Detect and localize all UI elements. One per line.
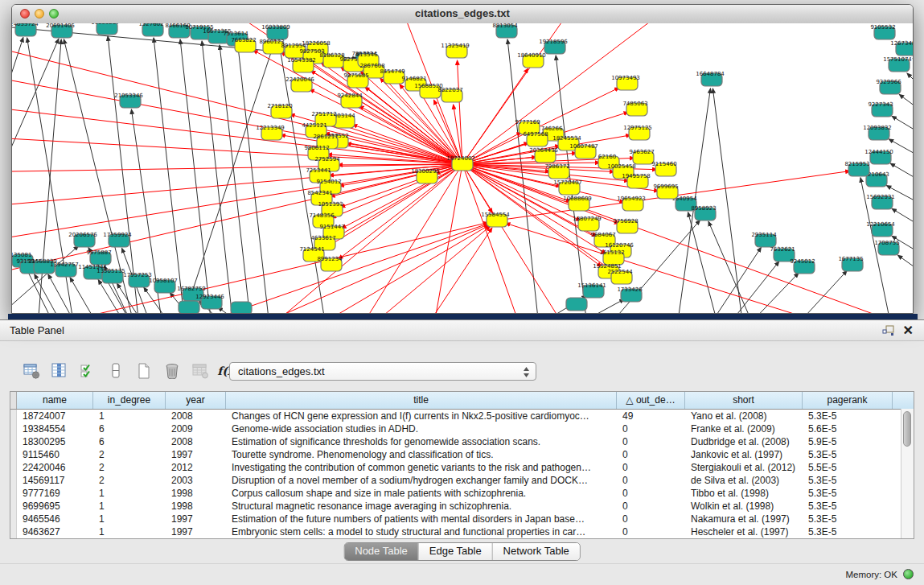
- graph-node[interactable]: 8215953: [844, 161, 869, 176]
- table-row[interactable]: 2242004622012Investigating the contribut…: [10, 461, 914, 474]
- table-row[interactable]: 1938455462009Genome-wide association stu…: [10, 422, 914, 435]
- graph-node[interactable]: 15720407: [553, 179, 582, 195]
- graph-node[interactable]: 15136141: [577, 282, 606, 298]
- graph-node[interactable]: 7485063: [622, 101, 647, 116]
- tab-network-table[interactable]: Network Table: [493, 543, 580, 560]
- graph-node[interactable]: 2718120: [267, 103, 292, 118]
- graph-node[interactable]: 8813054: [492, 23, 518, 38]
- graph-node[interactable]: 17957253: [123, 272, 152, 287]
- graph-edge: [70, 278, 98, 313]
- network-window-titlebar[interactable]: citations_edges.txt: [12, 5, 913, 24]
- table-row[interactable]: 946362711997Embryonic stem cells: a mode…: [10, 525, 914, 538]
- column-header-short[interactable]: short: [685, 392, 803, 409]
- tab-edge-table[interactable]: Edge Table: [419, 543, 493, 560]
- import-table-icon: [190, 360, 211, 381]
- tab-node-table[interactable]: Node Table: [344, 543, 419, 560]
- row-check-icon[interactable]: [77, 360, 98, 381]
- zoom-button[interactable]: [49, 9, 59, 19]
- graph-node[interactable]: 17359924: [103, 232, 132, 247]
- column-header-year[interactable]: year: [166, 392, 226, 409]
- network-canvas[interactable]: 2405572420691406106552871527602846616010…: [12, 23, 913, 313]
- graph-node[interactable]: 20364436: [529, 147, 558, 163]
- delete-icon[interactable]: [162, 360, 183, 381]
- graph-node[interactable]: 20206576: [68, 232, 97, 247]
- column-select-icon[interactable]: [49, 360, 70, 381]
- table-selector-dropdown[interactable]: citations_edges.txt: [229, 362, 536, 381]
- column-header-pagerank[interactable]: pagerank: [803, 392, 893, 409]
- graph-node[interactable]: 1733426: [617, 286, 643, 302]
- graph-node[interactable]: 9245012: [790, 258, 815, 274]
- column-header-title[interactable]: title: [226, 392, 617, 409]
- graph-node[interactable]: 7663822: [231, 37, 256, 52]
- float-window-icon[interactable]: [882, 325, 895, 337]
- graph-node[interactable]: 1677135: [838, 256, 863, 271]
- graph-node[interactable]: 2935114: [751, 232, 777, 247]
- table-row[interactable]: 977716911998Corpus callosum shape and si…: [10, 487, 914, 500]
- table-row[interactable]: 1872400712008Changes of HCN gene express…: [10, 410, 914, 422]
- status-bar: Memory: OK: [0, 563, 924, 585]
- graph-edge: [897, 255, 913, 274]
- table-row[interactable]: 1830029562008Estimation of significance …: [10, 435, 914, 448]
- cell-in_degree: 1: [93, 525, 166, 538]
- graph-node[interactable]: 1527602: [138, 23, 163, 36]
- graph-node[interactable]: 10688609: [563, 196, 592, 211]
- table-row[interactable]: 969969511998Structural magnetic resonanc…: [10, 500, 914, 513]
- scrollbar-thumb[interactable]: [903, 411, 911, 447]
- graph-node[interactable]: 12673481: [890, 40, 913, 56]
- graph-node[interactable]: 11325419: [441, 43, 470, 58]
- graph-node[interactable]: 10973493: [611, 75, 640, 90]
- graph-node[interactable]: 18640910: [517, 52, 546, 68]
- graph-node[interactable]: 10543382: [287, 57, 316, 72]
- graph-node[interactable]: 15692931: [866, 194, 895, 209]
- column-header-in_degree[interactable]: in_degree: [93, 392, 166, 409]
- graph-node[interactable]: 16648784: [696, 71, 725, 86]
- graph-node[interactable]: 1708755: [874, 240, 899, 255]
- new-file-icon[interactable]: [133, 360, 154, 381]
- graph-node[interactable]: [179, 301, 199, 313]
- close-button[interactable]: [20, 9, 30, 19]
- graph-node[interactable]: 8958923: [691, 205, 716, 220]
- graph-node[interactable]: 12210654: [866, 221, 895, 237]
- graph-node[interactable]: 10655287: [91, 23, 120, 35]
- stacked-cells-icon[interactable]: [105, 360, 126, 381]
- graph-node[interactable]: 12975125: [623, 125, 652, 140]
- network-window[interactable]: citations_edges.txt 24055724206914061065…: [11, 4, 914, 314]
- graph-node[interactable]: [231, 302, 252, 313]
- column-header-name[interactable]: name: [17, 392, 93, 409]
- graph-node[interactable]: 16033809: [261, 24, 290, 39]
- table-settings-icon[interactable]: [21, 360, 42, 381]
- table-row[interactable]: 946554611997Estimation of the future num…: [10, 513, 914, 525]
- graph-node[interactable]: 18807249: [573, 216, 602, 231]
- graph-node[interactable]: 10958107: [149, 278, 178, 293]
- graph-node[interactable]: 24055724: [12, 23, 39, 36]
- minimize-button[interactable]: [35, 9, 44, 19]
- graph-node[interactable]: 7986372: [544, 163, 569, 179]
- graph-node[interactable]: 9875685: [343, 72, 368, 88]
- table-vertical-scrollbar[interactable]: [901, 409, 914, 538]
- close-icon[interactable]: ✕: [903, 323, 914, 338]
- svg-text:1615132: 1615132: [599, 249, 624, 256]
- graph-node[interactable]: 9105532: [870, 24, 895, 39]
- cell-name: 9777169: [17, 487, 93, 500]
- graph-node[interactable]: 6497568: [523, 131, 548, 146]
- graph-node[interactable]: 9463627: [629, 149, 654, 164]
- graph-node[interactable]: 9329966: [876, 79, 901, 94]
- graph-node[interactable]: 9975887: [86, 249, 111, 265]
- graph-node[interactable]: 15751074: [883, 56, 912, 72]
- svg-text:8215953: 8215953: [844, 161, 869, 167]
- graph-node[interactable]: 8822037: [437, 87, 462, 102]
- graph-node[interactable]: 8991234: [317, 256, 343, 271]
- table-row[interactable]: 911546021997Tourette syndrome. Phenomeno…: [10, 448, 914, 461]
- graph-node[interactable]: 9699695: [653, 183, 678, 199]
- graph-node[interactable]: 9227343: [868, 101, 893, 117]
- graph-node[interactable]: 12213349: [256, 125, 285, 140]
- graph-node[interactable]: 9115460: [651, 161, 676, 176]
- graph-node[interactable]: [566, 298, 587, 311]
- graph-node[interactable]: 2522544: [607, 269, 633, 284]
- graph-node[interactable]: 9242844: [337, 93, 363, 108]
- graph-node[interactable]: 9756928: [613, 218, 638, 233]
- graph-node[interactable]: 22420046: [285, 76, 314, 92]
- graph-node[interactable]: 12093832: [863, 125, 892, 140]
- table-row[interactable]: 1456911722003Disruption of a novel membe…: [10, 474, 914, 487]
- column-header-out_de[interactable]: △ out_de…: [617, 392, 685, 409]
